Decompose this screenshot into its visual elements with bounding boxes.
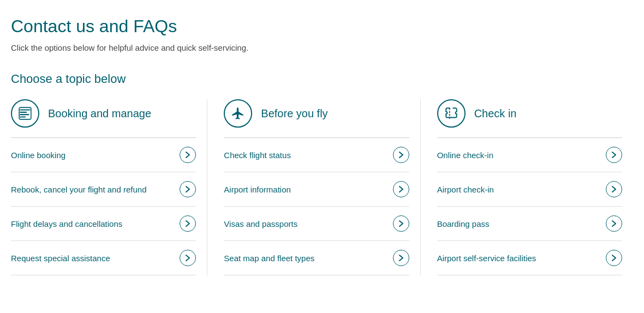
category-header-before-fly: Before you fly [224,99,409,138]
menu-item-online-booking[interactable]: Online booking [11,138,196,172]
booking-icon [11,99,39,128]
airport-checkin-label: Airport check-in [437,185,494,194]
arrow-circle-special-assistance [180,250,196,266]
arrow-circle-seat-map [393,250,409,266]
menu-item-boarding-pass[interactable]: Boarding pass [437,207,622,241]
arrow-circle-airport-info [393,181,409,197]
menu-item-flight-delays[interactable]: Flight delays and cancellations [11,207,196,241]
online-checkin-label: Online check-in [437,151,493,160]
before-fly-category-title: Before you fly [261,107,327,120]
arrow-circle-airport-checkin [606,181,622,197]
arrow-circle-boarding-pass [606,215,622,232]
column-checkin: Check in Online check-in Airport check-i… [421,99,633,275]
menu-item-online-checkin[interactable]: Online check-in [437,138,622,172]
category-header-booking: Booking and manage [11,99,196,138]
visas-passports-label: Visas and passports [224,219,297,228]
menu-item-airport-checkin[interactable]: Airport check-in [437,172,622,207]
menu-item-check-flight-status[interactable]: Check flight status [224,138,409,172]
rebook-label: Rebook, cancel your flight and refund [11,185,147,194]
topic-columns: Booking and manage Online booking Rebook… [11,99,633,275]
page-title: Contact us and FAQs [11,16,633,37]
arrow-circle-self-service [606,250,622,266]
online-booking-label: Online booking [11,151,65,160]
column-before-fly: Before you fly Check flight status Airpo… [207,99,420,275]
checkin-icon [437,99,466,128]
arrow-circle-rebook [180,181,196,197]
checkin-category-title: Check in [474,107,517,120]
menu-item-special-assistance[interactable]: Request special assistance [11,241,196,275]
category-header-checkin: Check in [437,99,622,138]
check-flight-status-label: Check flight status [224,151,291,160]
before-fly-icon [224,99,252,128]
menu-item-airport-info[interactable]: Airport information [224,172,409,207]
seat-map-label: Seat map and fleet types [224,254,314,263]
special-assistance-label: Request special assistance [11,254,110,263]
menu-item-seat-map[interactable]: Seat map and fleet types [224,241,409,275]
boarding-pass-label: Boarding pass [437,219,490,228]
menu-item-rebook[interactable]: Rebook, cancel your flight and refund [11,172,196,207]
arrow-circle-online-booking [180,147,196,163]
arrow-circle-visas-passports [393,215,409,232]
choose-label: Choose a topic below [11,72,633,86]
menu-item-visas-passports[interactable]: Visas and passports [224,207,409,241]
page-subtitle: Click the options below for helpful advi… [11,43,633,52]
arrow-circle-flight-delays [180,215,196,232]
column-booking: Booking and manage Online booking Rebook… [11,99,207,275]
arrow-circle-online-checkin [606,147,622,163]
arrow-circle-check-flight-status [393,147,409,163]
menu-item-self-service[interactable]: Airport self-service facilities [437,241,622,275]
self-service-label: Airport self-service facilities [437,254,536,263]
flight-delays-label: Flight delays and cancellations [11,219,122,228]
booking-category-title: Booking and manage [48,107,151,120]
airport-info-label: Airport information [224,185,291,194]
